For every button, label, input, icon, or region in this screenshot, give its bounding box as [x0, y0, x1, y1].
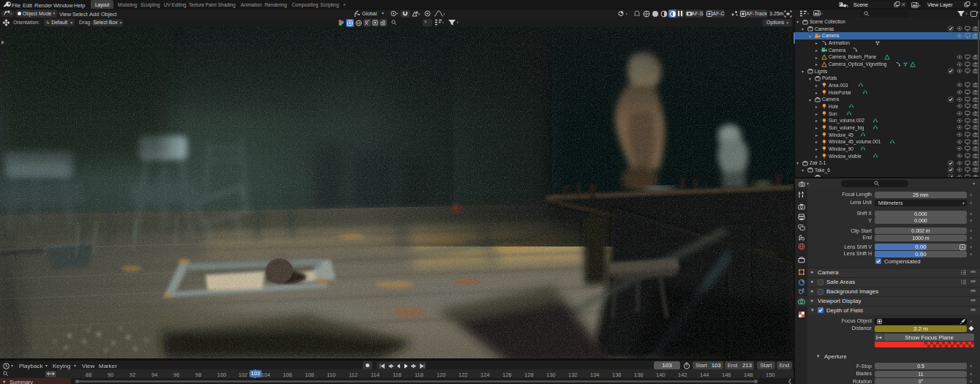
svg-text:A: A: [961, 245, 964, 249]
